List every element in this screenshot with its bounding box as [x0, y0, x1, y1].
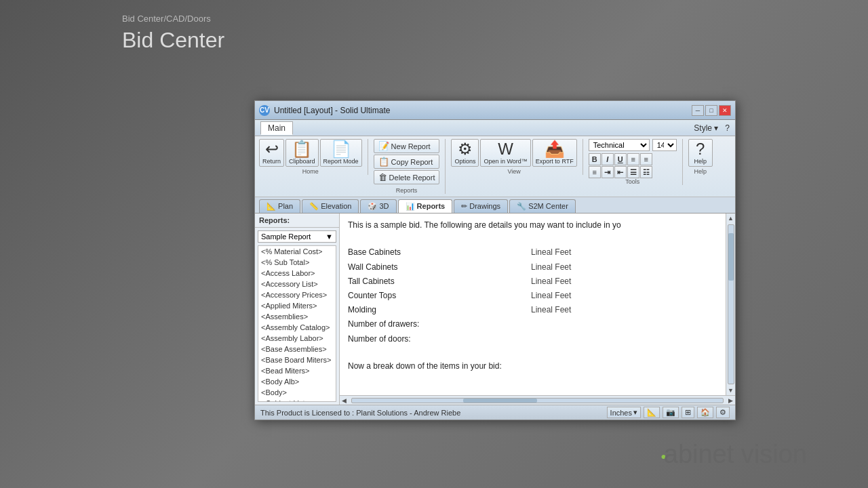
minimize-button[interactable]: ─ — [692, 105, 704, 116]
ordered-list-button[interactable]: ☷ — [640, 166, 652, 178]
scroll-down-icon[interactable]: ▼ — [726, 386, 735, 395]
sidebar-list-item[interactable]: <Body Alb> — [258, 376, 336, 387]
sidebar-list-item[interactable]: <Accessory Prices> — [258, 289, 336, 300]
word-icon: W — [498, 141, 513, 157]
sidebar-list-item[interactable]: <Applied Miters> — [258, 300, 336, 311]
h-scrollbar-thumb[interactable] — [463, 399, 537, 403]
intro-text: This is a sample bid. The following are … — [348, 219, 621, 232]
ribbon-toolbar: ↩ Return 📋 Clipboard 📄 Report Mode Home … — [255, 136, 735, 197]
camera-button[interactable]: 📷 — [663, 407, 679, 418]
sidebar-list-item[interactable]: <% Sub Total> — [258, 257, 336, 268]
delete-report-label: Delete Report — [389, 174, 435, 182]
font-size-select[interactable]: 14 — [652, 139, 677, 151]
sidebar-list[interactable]: <% Material Cost><% Sub Total><Access La… — [258, 246, 336, 401]
report-col3: Lineal Feet — [531, 275, 571, 288]
new-report-icon: 📝 — [378, 141, 389, 151]
units-button[interactable]: Inches ▾ — [607, 407, 641, 418]
vertical-scrollbar[interactable]: ▲ ▼ — [726, 214, 735, 395]
settings-status-button[interactable]: ⚙ — [716, 407, 730, 418]
breadcrumb: Bid Center/CAD/Doors — [122, 14, 224, 24]
scroll-right-icon[interactable]: ▶ — [726, 397, 735, 404]
font-controls: Technical 14 — [589, 139, 677, 151]
tools-group: Technical 14 B I U ≡ ≡ ≡ ⇥ ⇤ ☰ ☷ — [589, 139, 683, 185]
restore-button[interactable]: □ — [705, 105, 717, 116]
grid-button[interactable]: ⊞ — [682, 407, 694, 418]
report-col1: Molding — [348, 304, 443, 317]
tab-s2m[interactable]: 🔧 S2M Center — [509, 199, 576, 213]
title-bar: CV Untitled [Layout] - Solid Ultimate ─ … — [255, 101, 735, 120]
report-mode-button[interactable]: 📄 Report Mode — [320, 139, 362, 167]
h-scrollbar-track — [351, 398, 724, 403]
report-col2 — [443, 275, 531, 288]
align-left-button[interactable]: ≡ — [627, 153, 639, 165]
bold-button[interactable]: B — [589, 153, 601, 165]
list-button[interactable]: ☰ — [627, 166, 639, 178]
format-buttons: B I U ≡ ≡ ≡ ⇥ ⇤ ☰ ☷ — [589, 153, 663, 178]
align-right-button[interactable]: ≡ — [589, 166, 601, 178]
indent-button[interactable]: ⇥ — [601, 166, 614, 178]
help-icon: ? — [696, 141, 705, 157]
delete-report-button[interactable]: 🗑 Delete Report — [374, 170, 440, 184]
application-window: CV Untitled [Layout] - Solid Ultimate ─ … — [254, 100, 736, 420]
ruler-button[interactable]: 📐 — [644, 407, 660, 418]
outdent-button[interactable]: ⇤ — [614, 166, 627, 178]
export-rtf-button[interactable]: 📤 Export to RTF — [532, 139, 577, 167]
sidebar-header: Reports: — [255, 214, 339, 228]
clipboard-icon: 📋 — [292, 141, 312, 157]
sidebar-list-item[interactable]: <Accessory List> — [258, 279, 336, 289]
help-button[interactable]: ? Help — [688, 139, 713, 167]
scrollbar-thumb[interactable] — [728, 233, 734, 281]
return-icon: ↩ — [265, 141, 279, 157]
sidebar-list-item[interactable]: <Access Labor> — [258, 268, 336, 279]
drawings-tab-icon: ✏ — [461, 202, 467, 210]
copy-report-button[interactable]: 📋 Copy Report — [374, 155, 440, 169]
report-col2 — [443, 333, 531, 346]
report-row: Number of drawers: — [348, 318, 717, 331]
sidebar-list-item[interactable]: <% Material Cost> — [258, 246, 336, 257]
report-col2 — [443, 289, 531, 302]
clipboard-button[interactable]: 📋 Clipboard — [285, 139, 319, 167]
font-name-select[interactable]: Technical — [589, 139, 650, 151]
sidebar-list-container: <% Material Cost><% Sub Total><Access La… — [258, 245, 336, 402]
tab-reports[interactable]: 📊 Reports — [398, 199, 453, 213]
close-button[interactable]: ✕ — [719, 105, 731, 116]
delete-report-icon: 🗑 — [378, 172, 387, 182]
cv-dot: ● — [660, 451, 666, 462]
help-menu[interactable]: ? — [725, 123, 730, 133]
sidebar-list-item[interactable]: <Base Board Miters> — [258, 354, 336, 365]
italic-button[interactable]: I — [601, 153, 614, 165]
reports-dropdown[interactable]: Sample Report ▼ — [258, 230, 336, 243]
sidebar-list-item[interactable]: <Cabinet List> — [258, 398, 336, 401]
export-rtf-label: Export to RTF — [536, 158, 574, 165]
align-center-button[interactable]: ≡ — [640, 153, 652, 165]
sidebar-list-item[interactable]: <Assemblies> — [258, 311, 336, 322]
horizontal-scrollbar[interactable]: ◀ ▶ — [340, 395, 735, 405]
camera-icon: 📷 — [666, 408, 675, 417]
sidebar-list-item[interactable]: <Assembly Labor> — [258, 333, 336, 344]
sidebar-list-item[interactable]: <Body> — [258, 387, 336, 398]
tabs-bar: 📐 Plan 📏 Elevation 🎲 3D 📊 Reports ✏ Draw… — [255, 197, 735, 214]
help-group-label: Help — [694, 168, 707, 175]
house-button[interactable]: 🏠 — [697, 407, 713, 418]
tab-3d[interactable]: 🎲 3D — [360, 199, 396, 213]
report-rows: Base Cabinets Lineal Feet Wall Cabinets … — [348, 246, 717, 345]
style-menu[interactable]: Style ▾ — [694, 123, 718, 133]
underline-button[interactable]: U — [614, 153, 627, 165]
sidebar-list-item[interactable]: <Bead Miters> — [258, 365, 336, 376]
tab-drawings[interactable]: ✏ Drawings — [454, 199, 508, 213]
options-button[interactable]: ⚙ Options — [451, 139, 479, 167]
new-report-button[interactable]: 📝 New Report — [374, 139, 440, 153]
return-button[interactable]: ↩ Return — [259, 139, 284, 167]
tab-elevation[interactable]: 📏 Elevation — [302, 199, 359, 213]
scroll-up-icon[interactable]: ▲ — [726, 214, 735, 223]
sidebar-list-item[interactable]: <Assembly Catalog> — [258, 322, 336, 333]
report-scroll-area[interactable]: This is a sample bid. The following are … — [340, 214, 726, 395]
menu-main[interactable]: Main — [260, 121, 293, 135]
tab-plan[interactable]: 📐 Plan — [259, 199, 300, 213]
sidebar-list-item[interactable]: <Base Assemblies> — [258, 344, 336, 354]
license-text: This Product is Licensed to : Planit Sol… — [260, 409, 460, 417]
open-word-button[interactable]: W Open in Word™ — [480, 139, 530, 167]
scroll-left-icon[interactable]: ◀ — [340, 397, 349, 404]
break-text-line: Now a break down of the items in your bi… — [348, 360, 717, 373]
return-label: Return — [262, 158, 281, 165]
